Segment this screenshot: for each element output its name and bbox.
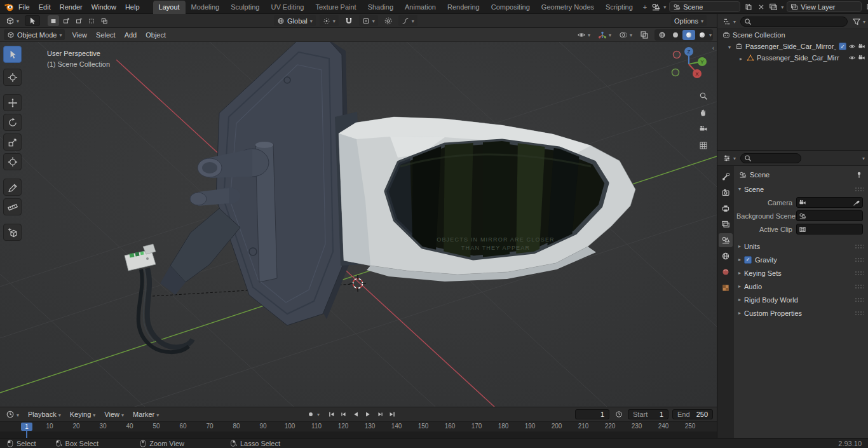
overlays-dropdown[interactable] (617, 29, 634, 40)
new-view-layer-button[interactable] (865, 2, 868, 11)
viewport-menu-item[interactable]: Add (120, 29, 142, 41)
tool-select-box[interactable] (3, 46, 22, 63)
view-layer-browse-icon[interactable] (769, 3, 778, 11)
auto-keying-chevron-icon[interactable] (317, 411, 320, 417)
grip-handle[interactable] (855, 311, 864, 316)
timeline-menu-item[interactable]: Playback (24, 409, 65, 420)
tool-add-cube[interactable] (3, 224, 22, 241)
object-visibility-dropdown[interactable] (575, 29, 592, 40)
tool-measure[interactable] (3, 198, 22, 215)
shading-dropdown-icon[interactable] (709, 31, 712, 38)
menu-item[interactable]: Help (121, 1, 144, 13)
shading-material-button[interactable] (682, 30, 695, 40)
3d-scene[interactable]: OBJECTS IN MIRROR ARE CLOSER THAN THEY A… (0, 42, 717, 407)
transform-orientation-dropdown[interactable]: Global (274, 15, 316, 26)
select-mode-subtract[interactable] (73, 15, 85, 26)
mode-dropdown[interactable]: Object Mode (4, 29, 65, 40)
new-scene-button[interactable] (743, 2, 753, 11)
outliner-row-mirror-collection[interactable]: Passenger_Side_Car_Mirror_S (717, 41, 868, 52)
grip-handle[interactable] (855, 271, 864, 276)
grip-handle[interactable] (855, 187, 864, 192)
eyedropper-icon[interactable] (853, 199, 860, 207)
properties-editor-type-button[interactable] (721, 153, 738, 163)
workspace-tab[interactable]: Shading (362, 1, 399, 14)
pivot-point-dropdown[interactable] (320, 15, 339, 26)
menu-item[interactable]: Window (87, 1, 121, 13)
workspace-tab[interactable]: Rendering (442, 1, 485, 14)
scene-browse-chevron-icon[interactable] (663, 3, 666, 10)
properties-tab-scene[interactable] (719, 233, 733, 247)
xray-toggle[interactable] (638, 29, 651, 40)
viewport-menu-item[interactable]: View (67, 29, 92, 41)
shading-wireframe-button[interactable] (656, 30, 668, 40)
tool-cursor[interactable] (3, 69, 22, 86)
tool-scale[interactable] (3, 133, 22, 151)
select-mode-intersect[interactable] (98, 15, 110, 26)
playhead[interactable]: 1 (21, 423, 32, 431)
timeline-menu-item[interactable]: View (100, 409, 128, 420)
frame-end-field[interactable]: End250 (672, 409, 713, 419)
jump-to-end-button[interactable] (386, 409, 397, 419)
outliner-row-mirror-object[interactable]: Passenger_Side_Car_Mirr (717, 52, 868, 64)
disable-render-icon[interactable] (858, 43, 865, 50)
camera-field[interactable] (796, 197, 863, 208)
play-button[interactable] (362, 409, 373, 419)
scene-section-header[interactable]: Scene (734, 182, 868, 196)
properties-tab-texture[interactable] (719, 281, 733, 295)
grip-handle[interactable] (855, 297, 864, 302)
timeline-menu-item[interactable]: Keying (65, 409, 100, 420)
grip-handle[interactable] (855, 257, 864, 262)
navigation-gizmo[interactable]: Z Y X (668, 44, 709, 85)
background-scene-field[interactable] (796, 210, 863, 221)
add-workspace-button[interactable]: + (639, 1, 651, 13)
proportional-falloff-dropdown[interactable] (398, 15, 417, 26)
unlink-scene-button[interactable] (756, 2, 766, 11)
perspective-toggle-button[interactable] (696, 139, 710, 153)
current-frame-field[interactable]: 1 (575, 409, 609, 419)
properties-options-chevron-icon[interactable] (862, 154, 865, 161)
outliner-filter-button[interactable] (850, 16, 867, 27)
previous-keyframe-button[interactable] (338, 409, 349, 419)
zoom-view-button[interactable] (696, 89, 710, 103)
use-preview-range-button[interactable] (613, 409, 624, 420)
grip-handle[interactable] (855, 284, 864, 289)
menu-item[interactable]: Edit (34, 1, 55, 13)
scene-selector[interactable]: Scene (669, 1, 740, 12)
viewport-menu-item[interactable]: Object (141, 29, 170, 41)
properties-section-header[interactable]: Keying Sets (734, 266, 868, 280)
next-keyframe-button[interactable] (374, 409, 385, 419)
timeline-menu-item[interactable]: Marker (128, 409, 163, 420)
shading-rendered-button[interactable] (696, 30, 709, 40)
active-tool-button[interactable] (25, 15, 40, 26)
workspace-tab[interactable]: Animation (399, 1, 442, 14)
jump-to-start-button[interactable] (326, 409, 337, 419)
outliner-search[interactable] (740, 17, 848, 27)
viewport-menu-item[interactable]: Select (92, 29, 120, 41)
select-mode-new[interactable] (48, 15, 59, 26)
camera-view-button[interactable] (696, 122, 710, 136)
timeline-editor-type-button[interactable] (4, 409, 21, 420)
properties-section-header[interactable]: Rigid Body World (734, 293, 868, 306)
properties-tab-render[interactable] (719, 186, 733, 200)
workspace-tab[interactable]: Modeling (186, 1, 226, 14)
workspace-tab[interactable]: UV Editing (265, 1, 309, 14)
workspace-tab[interactable]: Compositing (485, 1, 536, 14)
blender-logo-icon[interactable] (4, 2, 14, 12)
timeline-track[interactable] (0, 431, 717, 438)
active-clip-field[interactable] (796, 224, 863, 234)
properties-section-header[interactable]: Audio (734, 280, 868, 293)
scene-browse-icon[interactable] (651, 3, 660, 11)
show-gizmo-dropdown[interactable] (596, 29, 613, 40)
outliner-row-scene-collection[interactable]: Scene Collection (717, 29, 868, 41)
grip-handle[interactable] (855, 244, 864, 249)
play-reverse-button[interactable] (350, 409, 361, 419)
tool-annotate[interactable] (3, 179, 22, 196)
properties-section-header[interactable]: Gravity (734, 253, 868, 266)
workspace-tab[interactable]: Geometry Nodes (536, 1, 600, 14)
frame-start-field[interactable]: Start1 (628, 409, 668, 419)
outliner-search-input[interactable] (754, 18, 844, 25)
workspace-tab[interactable]: Texture Paint (309, 1, 362, 14)
editor-type-button[interactable] (4, 15, 21, 26)
collection-checkbox[interactable] (839, 43, 846, 50)
select-mode-extend[interactable] (60, 15, 72, 26)
